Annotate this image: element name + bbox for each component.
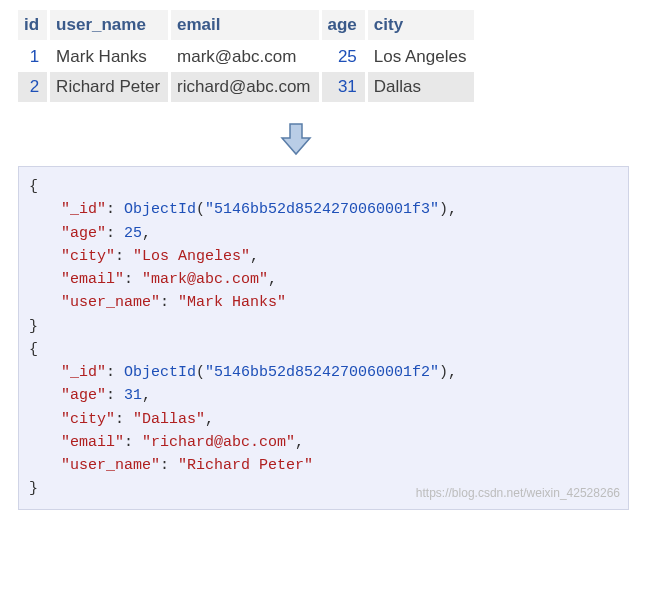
json-output: { "_id": ObjectId("5146bb52d852427006000… [18, 166, 629, 510]
cell-email: richard@abc.com [170, 72, 320, 102]
json-arg: "5146bb52d8524270060001f2" [205, 364, 439, 381]
json-val: "Mark Hanks" [178, 294, 286, 311]
json-key: "user_name" [61, 457, 160, 474]
col-id: id [18, 10, 49, 41]
down-arrow-icon [278, 122, 318, 156]
watermark: https://blog.csdn.net/weixin_42528266 [416, 484, 620, 503]
col-age: age [320, 10, 366, 41]
json-arg: "5146bb52d8524270060001f3" [205, 201, 439, 218]
json-key: "email" [61, 271, 124, 288]
json-key: "user_name" [61, 294, 160, 311]
json-val: "mark@abc.com" [142, 271, 268, 288]
json-val: "richard@abc.com" [142, 434, 295, 451]
json-key: "city" [61, 411, 115, 428]
json-val: "Dallas" [133, 411, 205, 428]
json-key: "city" [61, 248, 115, 265]
cell-user-name: Mark Hanks [49, 41, 170, 72]
data-table: id user_name email age city 1 Mark Hanks… [18, 10, 477, 102]
cell-id: 1 [18, 41, 49, 72]
json-key: "age" [61, 225, 106, 242]
arrow-shape [282, 124, 310, 154]
json-key: "email" [61, 434, 124, 451]
json-val: 31 [124, 387, 142, 404]
cell-city: Dallas [366, 72, 476, 102]
table-row: 2 Richard Peter richard@abc.com 31 Dalla… [18, 72, 476, 102]
cell-city: Los Angeles [366, 41, 476, 72]
json-key: "_id" [61, 364, 106, 381]
cell-age: 25 [320, 41, 366, 72]
cell-email: mark@abc.com [170, 41, 320, 72]
json-fn: ObjectId [124, 201, 196, 218]
json-val: "Richard Peter" [178, 457, 313, 474]
col-email: email [170, 10, 320, 41]
cell-id: 2 [18, 72, 49, 102]
col-user-name: user_name [49, 10, 170, 41]
json-val: "Los Angeles" [133, 248, 250, 265]
json-key: "_id" [61, 201, 106, 218]
cell-user-name: Richard Peter [49, 72, 170, 102]
cell-age: 31 [320, 72, 366, 102]
json-key: "age" [61, 387, 106, 404]
table-row: 1 Mark Hanks mark@abc.com 25 Los Angeles [18, 41, 476, 72]
json-val: 25 [124, 225, 142, 242]
col-city: city [366, 10, 476, 41]
json-fn: ObjectId [124, 364, 196, 381]
